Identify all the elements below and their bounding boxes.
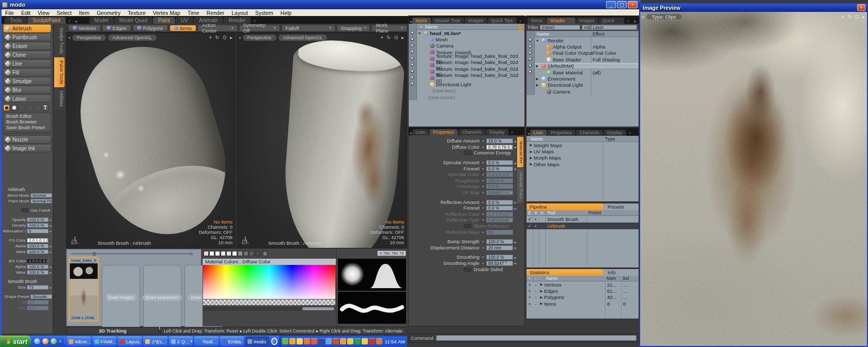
expand-plus[interactable]: + bbox=[526, 294, 533, 300]
viewport-right[interactable]: ◂ Perspective Advanced OpenGL + ↻ ⊙ ▸ No… bbox=[237, 33, 407, 248]
menu-vertex-map[interactable]: Vertex Map bbox=[149, 10, 184, 16]
expander-icon[interactable]: ▶ bbox=[535, 83, 540, 87]
stats-row[interactable]: +-▶Edges61...... bbox=[526, 288, 639, 294]
mini-slider[interactable]: ◂▸ bbox=[49, 271, 52, 274]
tray-icon[interactable] bbox=[326, 338, 332, 344]
tool-blur[interactable]: Blur bbox=[3, 86, 51, 94]
expand-plus[interactable]: + bbox=[526, 301, 533, 307]
fg-alpha-field[interactable]: 100.0 % bbox=[27, 244, 49, 248]
menu-render[interactable]: Render bbox=[203, 10, 228, 16]
channel-dot[interactable] bbox=[481, 246, 485, 250]
color-value-field[interactable]: 0.780.780.78 bbox=[377, 250, 406, 256]
pan-icon[interactable]: + bbox=[841, 14, 844, 20]
tray-icon[interactable] bbox=[289, 338, 296, 344]
menu-edit[interactable]: Edit bbox=[18, 10, 34, 16]
tab-sculpt-tools[interactable]: Sculpt Tools bbox=[54, 24, 65, 57]
taskbar-task-layout[interactable]: Layou... bbox=[118, 337, 142, 346]
color-swatch[interactable] bbox=[255, 251, 260, 256]
tab-paint-tools[interactable]: Paint Tools bbox=[54, 57, 65, 87]
expander-icon[interactable]: ▶ bbox=[539, 282, 544, 287]
eye-icon[interactable] bbox=[411, 82, 415, 86]
picker-scrollbar[interactable] bbox=[203, 307, 335, 311]
diffuse-color-field[interactable]: 0.78 0.78 0.78 bbox=[486, 145, 513, 150]
anisotropy-field[interactable]: 0.0 % bbox=[486, 184, 513, 189]
menu-file[interactable]: File bbox=[2, 10, 18, 16]
eye-icon[interactable] bbox=[529, 57, 533, 61]
table-row[interactable]: Camera bbox=[526, 88, 639, 94]
viewport-menu-icon[interactable]: ◂ bbox=[68, 36, 70, 40]
pan-icon[interactable]: + bbox=[380, 35, 383, 40]
menu-time[interactable]: Time bbox=[184, 10, 203, 16]
preview-menu-icon[interactable]: ◂ bbox=[642, 15, 644, 19]
expander-icon[interactable]: ▶ bbox=[535, 64, 540, 68]
tab-pipeline[interactable]: Pipeline bbox=[526, 203, 603, 210]
tool-airbrush[interactable]: Airbrush bbox=[3, 24, 51, 33]
tab-images[interactable]: Images bbox=[464, 18, 487, 24]
mode-vertices-button[interactable]: Vertices bbox=[68, 25, 101, 31]
tool-eraser[interactable]: Eraser bbox=[3, 42, 51, 50]
add-tab-button[interactable]: + bbox=[517, 19, 524, 24]
tab-channels[interactable]: Channels bbox=[458, 129, 485, 135]
add-tab-button[interactable]: + bbox=[509, 130, 516, 135]
table-row[interactable]: Directional Light bbox=[409, 81, 524, 87]
displacement-distance-field[interactable]: 20 mm bbox=[486, 245, 513, 250]
eye-icon[interactable] bbox=[411, 50, 415, 54]
opacity-field[interactable]: 100.0 % bbox=[27, 217, 49, 222]
section-airbrush[interactable]: Airbrush bbox=[2, 187, 53, 193]
roughness-field[interactable]: 100.0 % bbox=[486, 178, 513, 183]
tray-icon[interactable] bbox=[304, 338, 310, 344]
density-field[interactable]: 100.0 % bbox=[27, 223, 49, 228]
brush-browser-link[interactable]: Brush Browser bbox=[4, 119, 51, 125]
bump-strength-field[interactable]: 100.0 % bbox=[486, 239, 513, 244]
tip-option-button[interactable] bbox=[34, 104, 41, 111]
eye-icon[interactable] bbox=[529, 38, 533, 42]
taskbar-task-filemaker[interactable]: FileM... bbox=[92, 337, 116, 346]
paint-mode-select[interactable]: Normal Proj ...▾ bbox=[30, 199, 52, 203]
projection-select[interactable]: Perspective bbox=[243, 35, 276, 41]
tray-icon[interactable] bbox=[354, 338, 361, 344]
pipeline-row-selected[interactable]: ✓•Airbrush bbox=[526, 223, 639, 229]
menu-layout[interactable]: Layout bbox=[228, 10, 252, 16]
command-input[interactable] bbox=[436, 335, 637, 341]
snapping-select[interactable]: Snapping▾ bbox=[337, 25, 370, 31]
fg-color-field[interactable]: 1.0 1.0 1.0 bbox=[27, 238, 49, 243]
menu-help[interactable]: Help bbox=[277, 10, 296, 16]
eye-icon[interactable] bbox=[411, 38, 415, 42]
eye-icon[interactable] bbox=[411, 31, 415, 35]
mini-slider[interactable]: ◂▸ bbox=[513, 256, 517, 259]
tray-icon[interactable] bbox=[297, 338, 303, 344]
expander-icon[interactable]: ▶ bbox=[529, 143, 534, 147]
tray-icon[interactable] bbox=[362, 338, 368, 344]
panel-scroll-icon[interactable]: ◂ bbox=[410, 131, 412, 135]
viewport-menu-icon[interactable]: ◂ bbox=[239, 36, 241, 40]
close-button[interactable]: × bbox=[857, 4, 865, 11]
channel-dot[interactable] bbox=[481, 184, 485, 188]
mini-slider[interactable]: ◂▸ bbox=[49, 265, 52, 269]
reflection-rays-field[interactable]: 64 bbox=[486, 230, 513, 235]
slider-handle[interactable] bbox=[92, 252, 96, 256]
taskbar-task-real[interactable]: Real... bbox=[194, 337, 218, 346]
color-swatch[interactable] bbox=[226, 251, 231, 256]
viewport-options-icon[interactable]: ▸ bbox=[401, 35, 404, 40]
load-sequence-button[interactable]: (load sequence) bbox=[143, 265, 181, 330]
eye-icon[interactable] bbox=[529, 45, 533, 49]
tray-icon[interactable] bbox=[311, 338, 317, 344]
color-swatch[interactable] bbox=[232, 251, 237, 256]
collapse-minus[interactable]: - bbox=[533, 288, 539, 294]
eye-icon[interactable] bbox=[529, 70, 533, 74]
alpha-strip[interactable] bbox=[203, 299, 335, 305]
collapse-minus[interactable]: - bbox=[533, 294, 539, 300]
table-row[interactable]: Alpha OutputAlpha bbox=[526, 43, 639, 50]
eye-icon[interactable] bbox=[411, 63, 415, 67]
tray-icon[interactable] bbox=[340, 338, 346, 344]
out-field[interactable]: 0.0 bbox=[27, 306, 49, 310]
zoom-icon[interactable]: ⊙ bbox=[855, 14, 859, 20]
tool-fill[interactable]: Fill bbox=[3, 68, 51, 76]
mini-slider[interactable]: ◂▸ bbox=[49, 218, 52, 222]
mini-slider[interactable]: ◂▸ bbox=[49, 286, 52, 289]
tool-lasso[interactable]: Lasso bbox=[3, 94, 51, 103]
bg-alpha-field[interactable]: 100.0 % bbox=[27, 264, 49, 269]
mini-slider[interactable]: ◂▸ bbox=[513, 161, 517, 165]
save-brush-preset-link[interactable]: Save Brush Preset bbox=[4, 125, 51, 131]
tray-icon[interactable] bbox=[369, 338, 375, 344]
